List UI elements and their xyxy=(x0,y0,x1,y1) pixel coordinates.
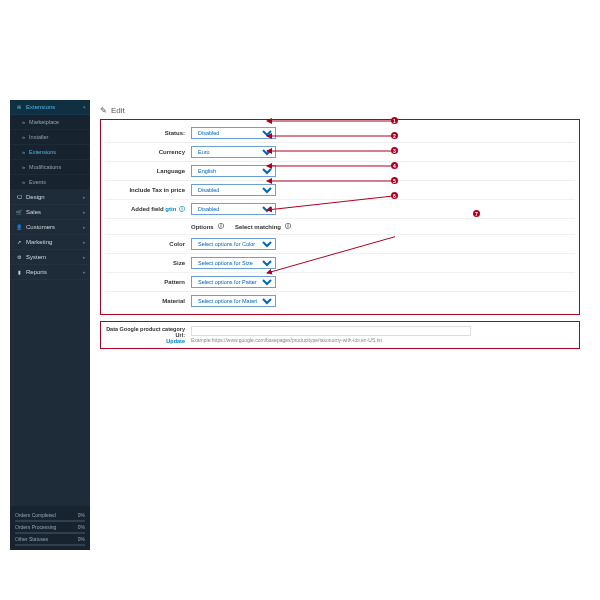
callout-1: 1 xyxy=(391,117,398,124)
nav-customers[interactable]: 👤Customers▸ xyxy=(10,220,90,235)
share-icon: ↗ xyxy=(16,239,22,245)
callout-5: 5 xyxy=(391,177,398,184)
puzzle-icon: ⊞ xyxy=(16,104,22,110)
callout-2: 2 xyxy=(391,132,398,139)
nav-events[interactable]: »Events xyxy=(10,175,90,190)
update-link[interactable]: Update xyxy=(105,338,185,344)
label-currency: Currency xyxy=(105,149,185,155)
callout-4: 4 xyxy=(391,162,398,169)
label-pattern: Pattern xyxy=(105,279,185,285)
nav-modifications[interactable]: »Modifications xyxy=(10,160,90,175)
label-language: Language xyxy=(105,168,185,174)
label-color: Color xyxy=(105,241,185,247)
callout-6: 6 xyxy=(391,192,398,199)
user-icon: 👤 xyxy=(16,224,22,230)
label-url: Data Google product category Url:Update xyxy=(105,326,185,344)
currency-select[interactable]: Euro xyxy=(191,146,276,158)
url-example: Example:https://www.google.com/basepages… xyxy=(191,337,575,343)
nav-ext2[interactable]: »Extensions xyxy=(10,145,90,160)
help-icon[interactable]: ⓘ xyxy=(285,222,291,231)
tax-select[interactable]: Disabled xyxy=(191,184,276,196)
nav-reports[interactable]: ▮Reports▸ xyxy=(10,265,90,280)
sidebar: ⊞Extensions▾ »Marketplace »Installer »Ex… xyxy=(10,100,90,550)
pencil-icon: ✎ xyxy=(100,106,107,115)
gear-icon: ⚙ xyxy=(16,254,22,260)
nav-installer[interactable]: »Installer xyxy=(10,130,90,145)
page-header: ✎Edit xyxy=(100,106,580,115)
addedfield-select[interactable]: Disabled xyxy=(191,203,276,215)
url-section: Data Google product category Url:Update … xyxy=(100,321,580,349)
nav-extensions-sub: »Marketplace »Installer »Extensions »Mod… xyxy=(10,115,90,190)
cart-icon: 🛒 xyxy=(16,209,22,215)
options-row: Options ⓘ Select matching ⓘ xyxy=(105,219,575,235)
help-icon[interactable]: ⓘ xyxy=(179,206,185,212)
pattern-select[interactable]: Select options for Pattern xyxy=(191,276,276,288)
label-tax: Include Tax in price xyxy=(105,187,185,193)
label-addedfield: Added field gtin ⓘ xyxy=(105,205,185,214)
chevron-right-icon: ▸ xyxy=(83,194,86,200)
nav-marketing[interactable]: ↗Marketing▸ xyxy=(10,235,90,250)
language-select[interactable]: English xyxy=(191,165,276,177)
help-icon[interactable]: ⓘ xyxy=(218,222,224,231)
status-select[interactable]: Disabled xyxy=(191,127,276,139)
label-material: Material xyxy=(105,298,185,304)
sidebar-stats: Orders Completed0% Orders Processing0% O… xyxy=(10,506,90,550)
label-status: Status: xyxy=(105,130,185,136)
chevron-down-icon: ▾ xyxy=(83,104,86,110)
label-size: Size xyxy=(105,260,185,266)
color-select[interactable]: Select options for Color xyxy=(191,238,276,250)
chart-icon: ▮ xyxy=(16,269,22,275)
nav-sales[interactable]: 🛒Sales▸ xyxy=(10,205,90,220)
callout-7: 7 xyxy=(473,210,480,217)
url-input[interactable] xyxy=(191,326,471,336)
desktop-icon: 🖵 xyxy=(16,194,22,200)
nav-extensions[interactable]: ⊞Extensions▾ xyxy=(10,100,90,115)
material-select[interactable]: Select options for Materi xyxy=(191,295,276,307)
settings-form: Status:Disabled CurrencyEuro LanguageEng… xyxy=(100,119,580,315)
nav-marketplace[interactable]: »Marketplace xyxy=(10,115,90,130)
nav-system[interactable]: ⚙System▸ xyxy=(10,250,90,265)
size-select[interactable]: Select options for Size xyxy=(191,257,276,269)
nav-design[interactable]: 🖵Design▸ xyxy=(10,190,90,205)
callout-3: 3 xyxy=(391,147,398,154)
main-content: ✎Edit Status:Disabled CurrencyEuro Langu… xyxy=(90,100,590,550)
